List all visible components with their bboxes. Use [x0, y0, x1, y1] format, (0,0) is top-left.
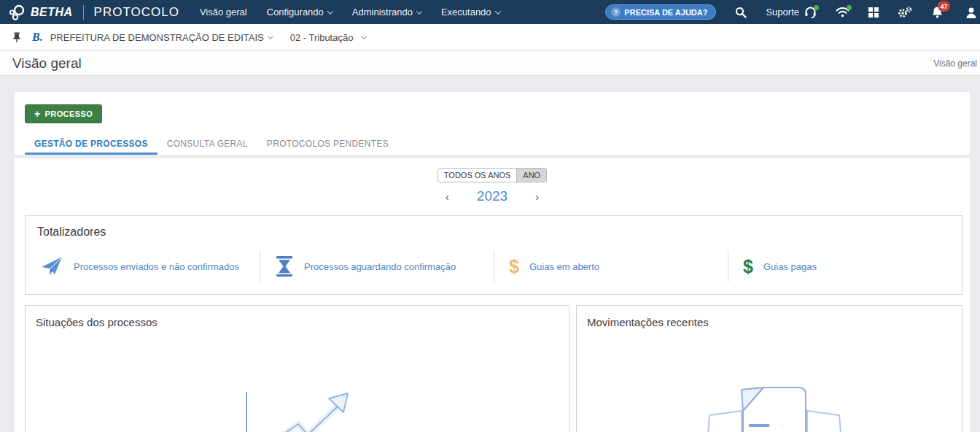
chevron-down-icon	[416, 8, 422, 14]
dashboard-card: TODOS OS ANOS ANO ‹ 2023 › Totalizadores…	[15, 158, 970, 432]
totalizadores-title: Totalizadores	[37, 225, 962, 239]
connection-status-icon[interactable]	[836, 7, 849, 18]
brand-name: BETHA	[31, 6, 73, 19]
online-dot	[847, 5, 852, 10]
nav-configurando[interactable]: Configurando	[267, 7, 332, 18]
search-icon[interactable]	[735, 7, 747, 18]
pin-icon[interactable]	[12, 32, 21, 42]
totalizadores-items: Processos enviados e não confirmados Pro…	[26, 250, 962, 282]
panel-situacoes-processos: Situações dos processos	[25, 305, 569, 432]
page-title: Visão geral	[12, 55, 82, 72]
panel-movimentacoes-recentes: Movimentações recentes	[576, 305, 962, 432]
notification-badge: 47	[938, 1, 950, 12]
year-navigator: ‹ 2023 ›	[15, 188, 970, 204]
period-toggle: TODOS OS ANOS ANO	[438, 168, 547, 182]
settings-gears-icon[interactable]	[898, 7, 912, 18]
panel-title: Situações dos processos	[26, 306, 569, 328]
chevron-down-icon	[361, 33, 367, 39]
add-process-button[interactable]: + PROCESSO	[25, 104, 102, 123]
online-dot	[814, 5, 819, 10]
paper-plane-icon	[40, 255, 63, 277]
context-selector[interactable]: 02 - Tributação	[290, 32, 367, 43]
dollar-paid-icon: $	[743, 256, 753, 277]
prev-year-button[interactable]: ‹	[443, 190, 452, 203]
current-year[interactable]: 2023	[477, 188, 508, 204]
top-app-bar: BETHA PROTOCOLO Visão geral Configurando…	[0, 0, 980, 24]
totalizadores-panel: Totalizadores Processos enviados e não c…	[25, 215, 962, 295]
totalizador-aguardando[interactable]: Processos aguardando confirmação	[260, 250, 494, 282]
entity-logo: B.	[32, 31, 43, 44]
page-title-bar: Visão geral Visão geral	[0, 51, 980, 76]
chevron-down-icon	[267, 33, 273, 39]
next-year-button[interactable]: ›	[532, 190, 542, 203]
entity-selector[interactable]: PREFEITURA DE DEMONSTRAÇÃO DE EDITAIS	[50, 32, 273, 43]
apps-grid-icon[interactable]	[868, 7, 879, 18]
question-icon: ?	[611, 7, 621, 17]
actions-tabs-card: + PROCESSO GESTÃO DE PROCESSOS CONSULTA …	[15, 92, 970, 155]
dollar-open-icon: $	[509, 256, 519, 277]
nav-visao-geral[interactable]: Visão geral	[200, 7, 247, 18]
chevron-down-icon	[327, 8, 333, 14]
chevron-down-icon	[494, 8, 500, 14]
tab-gestao-de-processos[interactable]: GESTÃO DE PROCESSOS	[25, 135, 158, 155]
support-label: Suporte	[766, 7, 799, 18]
entity-context-bar: B. PREFEITURA DE DEMONSTRAÇÃO DE EDITAIS…	[0, 24, 980, 51]
totalizador-enviados[interactable]: Processos enviados e não confirmados	[26, 250, 260, 282]
tab-protocolos-pendentes[interactable]: PROTOCOLOS PENDENTES	[257, 135, 398, 155]
totalizador-guias-pagas[interactable]: $ Guias pagas	[728, 250, 962, 282]
period-toggle-row: TODOS OS ANOS ANO	[15, 168, 970, 182]
nav-administrando[interactable]: Administrando	[352, 7, 421, 18]
toggle-year[interactable]: ANO	[516, 169, 546, 182]
top-nav: Visão geral Configurando Administrando E…	[200, 7, 520, 18]
topbar-divider	[83, 5, 84, 20]
notifications-bell-icon[interactable]: 47	[931, 6, 944, 18]
betha-logo-icon	[9, 4, 26, 20]
user-avatar-icon[interactable]	[965, 7, 977, 18]
toggle-all-years[interactable]: TODOS OS ANOS	[438, 169, 517, 182]
product-name: PROTOCOLO	[94, 5, 179, 20]
line-chart-illustration	[230, 385, 383, 432]
totalizador-guias-aberto[interactable]: $ Guias em aberto	[494, 250, 728, 282]
charts-row: Situações dos processos Movimentações re…	[25, 305, 962, 432]
tab-consulta-geral[interactable]: CONSULTA GERAL	[158, 135, 257, 155]
support-menu[interactable]: Suporte	[766, 7, 817, 18]
panel-title: Movimentações recentes	[577, 306, 962, 328]
help-button[interactable]: ? PRECISA DE AJUDA?	[605, 4, 716, 20]
plus-icon: +	[34, 108, 41, 120]
tab-bar: GESTÃO DE PROCESSOS CONSULTA GERAL PROTO…	[25, 135, 398, 155]
documents-illustration	[699, 382, 852, 432]
nav-executando[interactable]: Executando	[441, 7, 500, 18]
topbar-right-group: ? PRECISA DE AJUDA? Suporte 47	[605, 4, 980, 20]
breadcrumb: Visão geral	[933, 58, 977, 69]
hourglass-icon	[275, 255, 294, 277]
